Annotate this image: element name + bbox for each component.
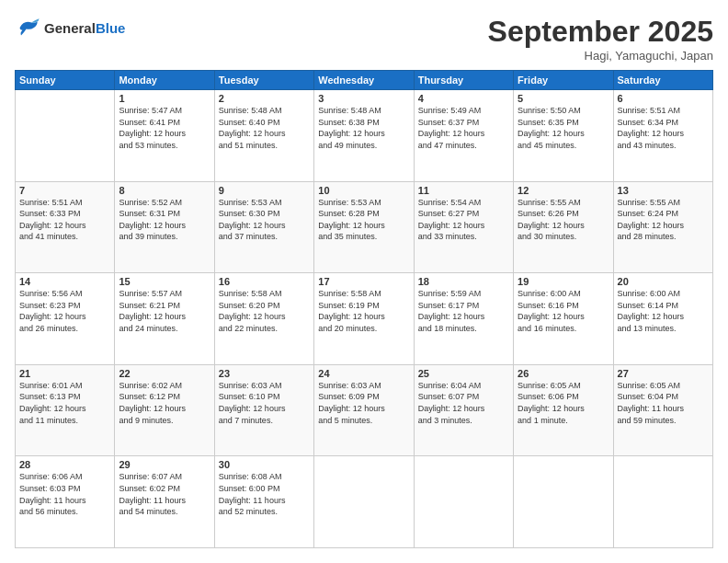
day-number: 28 xyxy=(19,459,110,470)
day-info: Sunrise: 6:03 AM Sunset: 6:10 PM Dayligh… xyxy=(219,380,310,426)
calendar-cell: 10Sunrise: 5:53 AM Sunset: 6:28 PM Dayli… xyxy=(314,181,414,273)
day-info: Sunrise: 5:54 AM Sunset: 6:27 PM Dayligh… xyxy=(418,197,509,243)
day-number: 1 xyxy=(119,93,210,104)
day-number: 26 xyxy=(518,368,609,379)
day-info: Sunrise: 5:58 AM Sunset: 6:19 PM Dayligh… xyxy=(318,288,409,334)
calendar-cell: 25Sunrise: 6:04 AM Sunset: 6:07 PM Dayli… xyxy=(414,364,513,456)
calendar-cell: 22Sunrise: 6:02 AM Sunset: 6:12 PM Dayli… xyxy=(115,364,214,456)
day-info: Sunrise: 5:53 AM Sunset: 6:28 PM Dayligh… xyxy=(318,197,409,243)
day-number: 17 xyxy=(318,276,409,287)
day-number: 22 xyxy=(119,368,210,379)
day-number: 11 xyxy=(418,185,509,196)
day-info: Sunrise: 6:05 AM Sunset: 6:04 PM Dayligh… xyxy=(618,380,709,426)
header-thursday: Thursday xyxy=(414,71,513,90)
calendar-cell: 13Sunrise: 5:55 AM Sunset: 6:24 PM Dayli… xyxy=(613,181,712,273)
weekday-header-row: Sunday Monday Tuesday Wednesday Thursday… xyxy=(16,71,713,90)
calendar-table: Sunday Monday Tuesday Wednesday Thursday… xyxy=(15,70,713,548)
day-number: 2 xyxy=(219,93,310,104)
calendar-cell: 30Sunrise: 6:08 AM Sunset: 6:00 PM Dayli… xyxy=(214,456,313,548)
day-number: 6 xyxy=(618,93,709,104)
calendar-cell: 3Sunrise: 5:48 AM Sunset: 6:38 PM Daylig… xyxy=(314,90,414,182)
calendar-cell: 16Sunrise: 5:58 AM Sunset: 6:20 PM Dayli… xyxy=(214,273,313,365)
calendar-cell: 11Sunrise: 5:54 AM Sunset: 6:27 PM Dayli… xyxy=(414,181,513,273)
calendar-cell: 17Sunrise: 5:58 AM Sunset: 6:19 PM Dayli… xyxy=(314,273,414,365)
calendar-cell: 26Sunrise: 6:05 AM Sunset: 6:06 PM Dayli… xyxy=(514,364,613,456)
day-info: Sunrise: 6:07 AM Sunset: 6:02 PM Dayligh… xyxy=(119,471,210,517)
calendar-cell xyxy=(16,90,115,182)
day-info: Sunrise: 5:49 AM Sunset: 6:37 PM Dayligh… xyxy=(418,105,509,151)
calendar-cell: 5Sunrise: 5:50 AM Sunset: 6:35 PM Daylig… xyxy=(514,90,613,182)
day-info: Sunrise: 6:04 AM Sunset: 6:07 PM Dayligh… xyxy=(418,380,509,426)
calendar-week-2: 7Sunrise: 5:51 AM Sunset: 6:33 PM Daylig… xyxy=(16,181,713,273)
calendar-cell: 7Sunrise: 5:51 AM Sunset: 6:33 PM Daylig… xyxy=(16,181,115,273)
day-number: 21 xyxy=(19,368,110,379)
header-sunday: Sunday xyxy=(16,71,115,90)
day-number: 27 xyxy=(618,368,709,379)
day-info: Sunrise: 5:51 AM Sunset: 6:33 PM Dayligh… xyxy=(19,197,110,243)
calendar-week-3: 14Sunrise: 5:56 AM Sunset: 6:23 PM Dayli… xyxy=(16,273,713,365)
calendar-cell: 14Sunrise: 5:56 AM Sunset: 6:23 PM Dayli… xyxy=(16,273,115,365)
calendar-cell: 21Sunrise: 6:01 AM Sunset: 6:13 PM Dayli… xyxy=(16,364,115,456)
day-info: Sunrise: 5:52 AM Sunset: 6:31 PM Dayligh… xyxy=(119,197,210,243)
day-info: Sunrise: 5:55 AM Sunset: 6:26 PM Dayligh… xyxy=(518,197,609,243)
day-info: Sunrise: 6:00 AM Sunset: 6:16 PM Dayligh… xyxy=(518,288,609,334)
calendar-cell: 18Sunrise: 5:59 AM Sunset: 6:17 PM Dayli… xyxy=(414,273,513,365)
day-number: 7 xyxy=(19,185,110,196)
day-number: 9 xyxy=(219,185,310,196)
day-info: Sunrise: 6:03 AM Sunset: 6:09 PM Dayligh… xyxy=(318,380,409,426)
day-number: 12 xyxy=(518,185,609,196)
calendar-cell: 20Sunrise: 6:00 AM Sunset: 6:14 PM Dayli… xyxy=(613,273,712,365)
calendar-cell xyxy=(514,456,613,548)
calendar-cell: 19Sunrise: 6:00 AM Sunset: 6:16 PM Dayli… xyxy=(514,273,613,365)
header: GeneralBlue September 2025 Hagi, Yamaguc… xyxy=(15,15,713,63)
day-number: 13 xyxy=(618,185,709,196)
day-number: 24 xyxy=(318,368,409,379)
location: Hagi, Yamaguchi, Japan xyxy=(488,49,713,63)
day-number: 3 xyxy=(318,93,409,104)
day-number: 23 xyxy=(219,368,310,379)
day-info: Sunrise: 6:06 AM Sunset: 6:03 PM Dayligh… xyxy=(19,471,110,517)
calendar-week-1: 1Sunrise: 5:47 AM Sunset: 6:41 PM Daylig… xyxy=(16,90,713,182)
day-info: Sunrise: 6:02 AM Sunset: 6:12 PM Dayligh… xyxy=(119,380,210,426)
day-info: Sunrise: 5:57 AM Sunset: 6:21 PM Dayligh… xyxy=(119,288,210,334)
calendar-cell: 12Sunrise: 5:55 AM Sunset: 6:26 PM Dayli… xyxy=(514,181,613,273)
header-saturday: Saturday xyxy=(613,71,712,90)
day-number: 25 xyxy=(418,368,509,379)
day-number: 16 xyxy=(219,276,310,287)
day-info: Sunrise: 5:58 AM Sunset: 6:20 PM Dayligh… xyxy=(219,288,310,334)
header-monday: Monday xyxy=(115,71,214,90)
header-friday: Friday xyxy=(514,71,613,90)
header-tuesday: Tuesday xyxy=(214,71,313,90)
logo: GeneralBlue xyxy=(15,15,125,40)
month-title: September 2025 xyxy=(488,15,713,49)
calendar-cell: 6Sunrise: 5:51 AM Sunset: 6:34 PM Daylig… xyxy=(613,90,712,182)
calendar-cell: 28Sunrise: 6:06 AM Sunset: 6:03 PM Dayli… xyxy=(16,456,115,548)
calendar-week-4: 21Sunrise: 6:01 AM Sunset: 6:13 PM Dayli… xyxy=(16,364,713,456)
day-number: 18 xyxy=(418,276,509,287)
day-number: 20 xyxy=(618,276,709,287)
calendar-cell: 29Sunrise: 6:07 AM Sunset: 6:02 PM Dayli… xyxy=(115,456,214,548)
calendar-cell: 24Sunrise: 6:03 AM Sunset: 6:09 PM Dayli… xyxy=(314,364,414,456)
day-info: Sunrise: 5:51 AM Sunset: 6:34 PM Dayligh… xyxy=(618,105,709,151)
title-block: September 2025 Hagi, Yamaguchi, Japan xyxy=(488,15,713,63)
day-info: Sunrise: 5:55 AM Sunset: 6:24 PM Dayligh… xyxy=(618,197,709,243)
calendar-week-5: 28Sunrise: 6:06 AM Sunset: 6:03 PM Dayli… xyxy=(16,456,713,548)
calendar-cell: 4Sunrise: 5:49 AM Sunset: 6:37 PM Daylig… xyxy=(414,90,513,182)
calendar-cell: 1Sunrise: 5:47 AM Sunset: 6:41 PM Daylig… xyxy=(115,90,214,182)
day-info: Sunrise: 6:05 AM Sunset: 6:06 PM Dayligh… xyxy=(518,380,609,426)
day-info: Sunrise: 6:00 AM Sunset: 6:14 PM Dayligh… xyxy=(618,288,709,334)
calendar-cell xyxy=(314,456,414,548)
day-info: Sunrise: 5:56 AM Sunset: 6:23 PM Dayligh… xyxy=(19,288,110,334)
logo-text: GeneralBlue xyxy=(44,20,125,36)
day-number: 15 xyxy=(119,276,210,287)
calendar-cell xyxy=(414,456,513,548)
day-number: 4 xyxy=(418,93,509,104)
day-info: Sunrise: 6:01 AM Sunset: 6:13 PM Dayligh… xyxy=(19,380,110,426)
day-info: Sunrise: 5:59 AM Sunset: 6:17 PM Dayligh… xyxy=(418,288,509,334)
calendar-cell: 15Sunrise: 5:57 AM Sunset: 6:21 PM Dayli… xyxy=(115,273,214,365)
day-number: 29 xyxy=(119,459,210,470)
calendar-cell: 23Sunrise: 6:03 AM Sunset: 6:10 PM Dayli… xyxy=(214,364,313,456)
calendar-cell: 27Sunrise: 6:05 AM Sunset: 6:04 PM Dayli… xyxy=(613,364,712,456)
calendar-cell: 9Sunrise: 5:53 AM Sunset: 6:30 PM Daylig… xyxy=(214,181,313,273)
logo-icon xyxy=(15,15,40,40)
